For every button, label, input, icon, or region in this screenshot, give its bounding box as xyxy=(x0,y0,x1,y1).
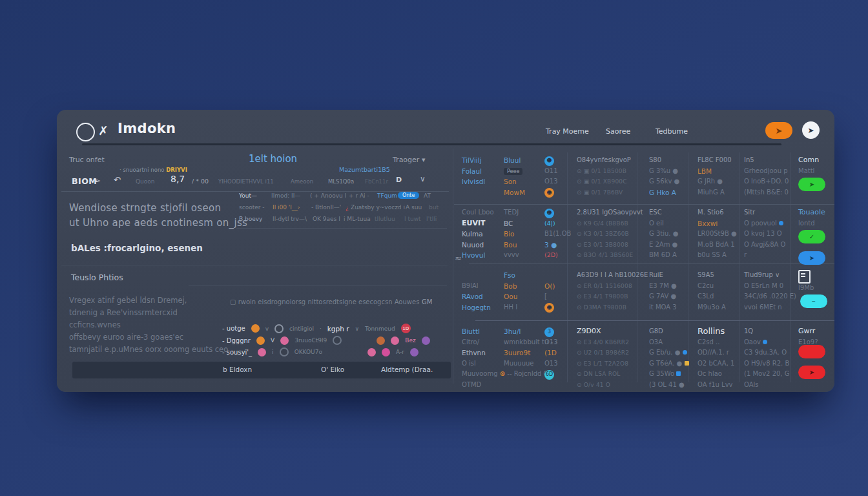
table-cell: E 2Am ● xyxy=(649,240,678,251)
toolbar-item-quoon[interactable]: Quoon xyxy=(136,178,155,185)
table-cell[interactable]: Fso xyxy=(504,270,517,281)
subnote-link[interactable]: Mazumtbarti1B5 xyxy=(339,166,390,173)
arrow-icon: ➤ xyxy=(809,254,814,262)
table-cell: O kvoj 13 O xyxy=(744,229,785,240)
column-header: Rollins xyxy=(698,326,734,337)
status-dot-pink[interactable] xyxy=(258,348,266,356)
table-cell: (Mttsh B&E: 0 xyxy=(744,187,789,198)
ring-dot[interactable] xyxy=(280,347,289,356)
code-cell: ⊙ DN LSA ROL xyxy=(577,369,629,380)
nav-item-3[interactable]: Tedbume xyxy=(656,127,688,136)
table-cell: O13 xyxy=(544,176,558,187)
row-link[interactable]: Hogegtn xyxy=(462,302,491,313)
row-link[interactable]: Hvovul xyxy=(462,250,494,261)
avatar-icon[interactable]: ☻ xyxy=(544,188,554,198)
status-dot-orange[interactable] xyxy=(256,336,265,345)
danger-button-group4[interactable] xyxy=(798,345,825,358)
toolbar-divider xyxy=(61,191,449,192)
paragraph: Vregex atinf gebel ldsn Dremej, tdnenig … xyxy=(69,294,228,356)
code-cell: ⊙ E3 L/1 T2A2O8 xyxy=(577,358,629,369)
avatar-icon[interactable]: 3 xyxy=(544,327,554,337)
status-chip[interactable]: Onte xyxy=(398,192,419,199)
section-divider xyxy=(61,265,448,265)
table-cell: G 56kv ● xyxy=(649,176,679,187)
checkbox-icon[interactable]: ▢ xyxy=(230,298,236,305)
confirm-button-group2[interactable]: ✓ xyxy=(798,230,825,243)
minitable-cell: Il i00 'l__› xyxy=(273,204,300,211)
table-cell: b0u SS A xyxy=(698,250,737,261)
row-link[interactable]: Folaul xyxy=(462,166,485,177)
avatar-button[interactable]: ➤ xyxy=(802,121,820,139)
avatar-icon[interactable]: ☻ xyxy=(544,303,554,313)
table-cell: Grheodjoou p xyxy=(744,166,789,177)
table-cell: O13 xyxy=(544,337,558,348)
status-dot-brown[interactable] xyxy=(377,336,385,345)
ring-dot[interactable] xyxy=(333,336,342,345)
table-cell: B1(1.OB xyxy=(544,229,571,240)
undo-icon[interactable]: ↶ xyxy=(114,175,121,185)
table-cell: O2 bCAA, 1 xyxy=(698,358,734,369)
action-button-group3[interactable]: − xyxy=(800,294,827,308)
avatar-icon[interactable]: ☻ xyxy=(544,209,554,218)
table-cell: C3 9du.3A. O xyxy=(744,347,789,358)
minitable-cell: tllutluu xyxy=(375,216,395,222)
check-icon: ✓ xyxy=(809,233,814,240)
minitable-cell: + r Ai - xyxy=(349,192,369,199)
center-link[interactable]: 1elt hoion xyxy=(249,153,297,165)
toolbar-dim-1: YIHOODIETHVVL i11 xyxy=(218,178,274,185)
cursor-icon[interactable]: ➢ xyxy=(94,176,101,185)
section-tab-label[interactable]: Teuslo Phtios xyxy=(71,273,123,282)
row-link[interactable]: RAvod xyxy=(462,291,491,302)
code-cell: ⊙ ER 0/1 1516008 xyxy=(577,281,648,292)
clipboard-icon[interactable] xyxy=(798,270,811,284)
table-cell[interactable]: G Hko A xyxy=(649,187,679,198)
minitable-cell: i ML-tuua xyxy=(344,216,371,222)
nav-item-2[interactable]: Saoree xyxy=(606,127,630,136)
row-link[interactable]: lvlvisdl xyxy=(462,176,485,187)
chevron-down-icon[interactable]: ∨ xyxy=(420,174,426,183)
avatar-icon[interactable]: ☻ xyxy=(544,156,554,166)
sort-dropdown[interactable]: Traoger ▾ xyxy=(393,156,425,164)
secondary-button-group2[interactable]: ➤ xyxy=(798,251,825,265)
status-dot-orange[interactable] xyxy=(251,324,260,333)
count-badge[interactable]: 1D xyxy=(401,324,411,333)
table-cell: M9u3o A xyxy=(698,302,726,313)
close-icon[interactable]: ✗ xyxy=(98,123,108,138)
table-cell: G 35Wo xyxy=(649,370,674,377)
table-cell: Oaov xyxy=(744,338,761,346)
status-dot-purple[interactable] xyxy=(410,348,418,356)
danger-arrow-button-group4[interactable]: ➤ xyxy=(798,366,825,379)
status-dot-pink[interactable] xyxy=(280,336,289,345)
avatar-icon[interactable]: 6D xyxy=(544,370,554,380)
column-header: ESC xyxy=(649,207,678,218)
status-dot-purple[interactable] xyxy=(422,336,430,345)
chevron-down-icon[interactable]: ∨ xyxy=(355,326,360,332)
paragraph-line: offsbevy euroo aire-3 goaes'ec xyxy=(69,331,228,344)
footer-item-1[interactable]: b Eldoxn xyxy=(223,366,252,373)
table-cell[interactable]: Bluul xyxy=(504,155,525,166)
main-vertical-divider xyxy=(453,149,453,384)
confirm-button-group1[interactable]: ➤ xyxy=(798,178,825,191)
minitable-cell: Zuatsby y~voczd i xyxy=(351,204,405,211)
footer-item-3[interactable]: Aldtemp (Draa. xyxy=(381,366,433,373)
status-dot-pink[interactable] xyxy=(367,348,376,356)
nav-item-1[interactable]: Tray Moeme xyxy=(546,127,589,136)
column-header: S80 xyxy=(649,155,679,166)
cancel-icon[interactable]: ⊗ xyxy=(500,370,505,377)
column-header: O84yvnfeskgvoP xyxy=(577,155,631,166)
row-link[interactable]: TilViilj xyxy=(462,155,485,166)
primary-action-button[interactable]: ➤ xyxy=(765,122,792,139)
table-cell: O poovuol xyxy=(744,220,777,227)
ring-dot[interactable] xyxy=(274,324,284,333)
d-icon[interactable]: D xyxy=(396,176,402,184)
table-cell: (4|) xyxy=(544,218,571,229)
table-cell: OD//A.1. r xyxy=(698,347,734,358)
column-header: 1Q xyxy=(744,326,789,337)
option-text: i xyxy=(272,349,274,355)
status-dot-pink[interactable] xyxy=(391,336,399,345)
status-dot-magenta[interactable] xyxy=(382,348,390,356)
table-cell: B9lAl xyxy=(462,281,491,292)
table-cell: Nuuod xyxy=(462,240,494,251)
minitable-cell: Il-dytl trv—\ xyxy=(273,216,307,222)
footer-item-2[interactable]: O' Eiko xyxy=(321,366,344,373)
